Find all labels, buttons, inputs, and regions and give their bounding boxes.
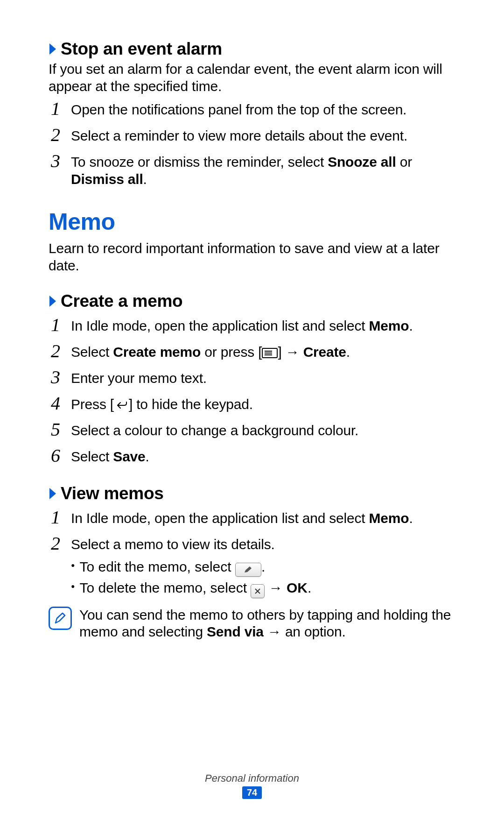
bullet-text: To delete the memo, select → OK. [79, 579, 311, 598]
bold-text: Memo [369, 318, 409, 333]
text: . [261, 559, 265, 574]
text: . [143, 171, 147, 187]
step-number: 2 [49, 126, 63, 144]
text: Select [71, 344, 113, 360]
svg-marker-1 [49, 296, 56, 307]
steps-list-stop-alarm: 1 Open the notifications panel from the … [49, 101, 462, 188]
sub-bullets: ● To edit the memo, select . ● To delete… [71, 558, 462, 598]
list-item: 2 Select a reminder to view more details… [49, 127, 462, 146]
text: Select [71, 449, 113, 464]
step-number: 1 [49, 316, 63, 334]
bullet-icon: ● [71, 558, 75, 573]
text: or [396, 154, 412, 170]
text: → an option. [264, 624, 346, 639]
note-text: You can send the memo to others by tappi… [79, 607, 462, 641]
step-number: 2 [49, 342, 63, 360]
chevron-right-icon [49, 293, 58, 310]
subsection-create-memo-heading: Create a memo [49, 291, 462, 311]
text: ] to hide the keypad. [129, 396, 253, 412]
delete-x-icon [251, 584, 265, 598]
list-item: 3 Enter your memo text. [49, 370, 462, 389]
list-item: ● To edit the memo, select . [71, 558, 462, 577]
text: To snooze or dismiss the reminder, selec… [71, 154, 328, 170]
step-text: Select a memo to view its details. [71, 536, 275, 553]
page-footer: Personal information 74 [0, 772, 504, 799]
back-key-icon [114, 400, 129, 410]
step-text: In Idle mode, open the application list … [71, 318, 413, 335]
bold-text: Snooze all [328, 154, 396, 170]
note-callout: You can send the memo to others by tappi… [49, 607, 462, 641]
step-text: Select a reminder to view more details a… [71, 127, 407, 145]
subsection-title: Create a memo [61, 291, 182, 311]
step-number: 4 [49, 394, 63, 413]
bold-text: Memo [369, 510, 409, 526]
subsection-title: Stop an event alarm [61, 39, 222, 59]
bold-text: Create [303, 344, 346, 360]
list-item: 5 Select a colour to change a background… [49, 422, 462, 441]
list-item: 1 Open the notifications panel from the … [49, 101, 462, 120]
step-number: 1 [49, 508, 63, 527]
svg-marker-0 [49, 43, 56, 55]
edit-pencil-icon [235, 563, 261, 577]
note-info-icon [49, 607, 72, 630]
intro-paragraph: If you set an alarm for a calendar event… [49, 61, 462, 95]
list-item: 1 In Idle mode, open the application lis… [49, 510, 462, 529]
section-title-memo: Memo [49, 208, 462, 235]
text: To edit the memo, select [79, 559, 235, 574]
step-text: Enter your memo text. [71, 370, 207, 387]
text: . [409, 318, 413, 333]
intro-paragraph: Learn to record important information to… [49, 240, 462, 274]
step-number: 5 [49, 420, 63, 439]
text: In Idle mode, open the application list … [71, 318, 369, 333]
step-number: 2 [49, 534, 63, 553]
footer-category: Personal information [0, 772, 504, 785]
step-number: 3 [49, 368, 63, 387]
bullet-icon: ● [71, 579, 75, 594]
bold-text: Save [113, 449, 145, 464]
subsection-stop-alarm-heading: Stop an event alarm [49, 39, 462, 59]
list-item: 4 Press [] to hide the keypad. [49, 396, 462, 415]
page-number: 74 [242, 786, 262, 799]
page-content: Stop an event alarm If you set an alarm … [0, 0, 504, 641]
step-number: 3 [49, 152, 63, 170]
text: → [265, 580, 287, 595]
bold-text: Dismiss all [71, 171, 143, 187]
step-text: Open the notifications panel from the to… [71, 101, 406, 119]
step-text: In Idle mode, open the application list … [71, 510, 413, 527]
chevron-right-icon [49, 485, 58, 502]
text: . [146, 449, 149, 464]
steps-list-view: 1 In Idle mode, open the application lis… [49, 510, 462, 641]
text: ] → [278, 344, 303, 360]
text: . [409, 510, 413, 526]
bold-text: Create memo [113, 344, 201, 360]
text: To delete the memo, select [79, 580, 251, 595]
bullet-text: To edit the memo, select . [79, 558, 265, 577]
svg-marker-6 [49, 488, 56, 499]
text: In Idle mode, open the application list … [71, 510, 369, 526]
text: . [346, 344, 350, 360]
text: . [308, 580, 311, 595]
list-item: 3 To snooze or dismiss the reminder, sel… [49, 154, 462, 188]
menu-key-icon [262, 348, 278, 358]
bold-text: Send via [207, 624, 264, 639]
step-text: Select Create memo or press [] → Create. [71, 344, 350, 361]
step-number: 6 [49, 446, 63, 465]
chevron-right-icon [49, 41, 58, 57]
subsection-title: View memos [61, 484, 163, 503]
list-item: ● To delete the memo, select → OK. [71, 579, 462, 598]
list-item: 2 Select a memo to view its details. [49, 536, 462, 555]
steps-list-create: 1 In Idle mode, open the application lis… [49, 318, 462, 467]
subsection-view-memos-heading: View memos [49, 484, 462, 503]
list-item: 2 Select Create memo or press [] → Creat… [49, 344, 462, 362]
list-item: 1 In Idle mode, open the application lis… [49, 318, 462, 336]
list-item: 6 Select Save. [49, 448, 462, 467]
text: Press [ [71, 396, 114, 412]
step-number: 1 [49, 99, 63, 118]
step-text: Select Save. [71, 448, 149, 466]
step-text: To snooze or dismiss the reminder, selec… [71, 154, 462, 188]
bold-text: OK [287, 580, 308, 595]
text: or press [ [201, 344, 262, 360]
step-text: Select a colour to change a background c… [71, 422, 358, 439]
step-text: Press [] to hide the keypad. [71, 396, 253, 413]
